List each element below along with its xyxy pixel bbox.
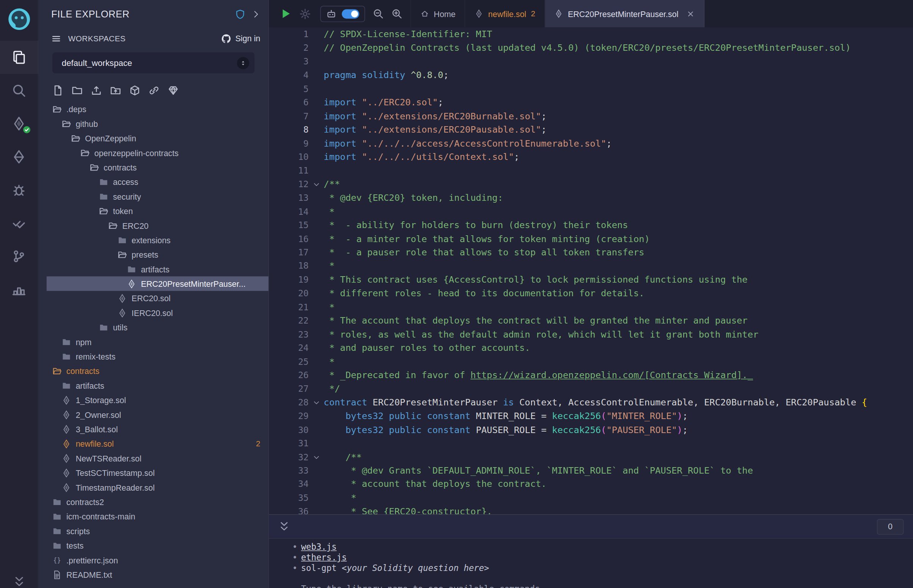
tree-item-contracts[interactable]: contracts — [47, 364, 269, 378]
tree-item-erc20-sol[interactable]: ERC20.sol — [47, 291, 269, 305]
code-line-33[interactable]: 33 * @dev Grants `DEFAULT_ADMIN_ROLE`, `… — [269, 464, 913, 478]
tree-item-github[interactable]: github — [47, 116, 269, 131]
code-line-23[interactable]: 23 * roles, as well as the default admin… — [269, 328, 913, 342]
code-line-24[interactable]: 24 * and pauser roles to other accounts. — [269, 342, 913, 355]
tree-item-erc20presetminterpauser[interactable]: ERC20PresetMinterPauser... — [47, 276, 269, 291]
icon-bar-search[interactable] — [0, 74, 38, 107]
code-line-3[interactable]: 3 — [269, 55, 913, 69]
code-line-5[interactable]: 5 — [269, 82, 913, 96]
code-line-18[interactable]: 18 * — [269, 260, 913, 273]
code-line-11[interactable]: 11 — [269, 165, 913, 178]
tree-item-scripts[interactable]: scripts — [47, 523, 269, 538]
tree-item-prettierrc-json[interactable]: {}.prettierrc.json — [47, 553, 269, 567]
code-line-9[interactable]: 9import "../../../access/AccessControlEn… — [269, 137, 913, 151]
remix-logo[interactable] — [7, 8, 30, 31]
tree-item-remix-tests[interactable]: remix-tests — [47, 349, 269, 363]
tab-home[interactable]: Home — [411, 0, 465, 27]
code-line-12[interactable]: 12/** — [269, 178, 913, 192]
code-line-21[interactable]: 21 * — [269, 301, 913, 315]
fold-chevron-icon[interactable] — [309, 178, 324, 192]
upload-folder-button[interactable] — [110, 85, 121, 96]
tree-item-access[interactable]: access — [47, 174, 269, 189]
icon-bar-deploy-and-run[interactable] — [0, 140, 38, 173]
run-script-button[interactable] — [279, 8, 291, 20]
tree-item-extensions[interactable]: extensions — [47, 233, 269, 247]
code-line-2[interactable]: 2// OpenZeppelin Contracts (last updated… — [269, 42, 913, 55]
upload-file-button[interactable] — [91, 85, 102, 96]
tree-item-contracts[interactable]: contracts — [47, 160, 269, 174]
icon-bar-solidity-unit-testing[interactable] — [0, 207, 38, 240]
code-line-19[interactable]: 19 * This contract uses {AccessControl} … — [269, 273, 913, 287]
tree-item-deps[interactable]: .deps — [47, 102, 269, 116]
icon-bar-plugin-manager[interactable] — [0, 273, 38, 306]
tree-item-newtsreader-sol[interactable]: NewTSReader.sol — [47, 451, 269, 465]
tab-newfile-sol[interactable]: newfile.sol2 — [466, 0, 545, 27]
tree-item-erc20[interactable]: ERC20 — [47, 218, 269, 233]
tree-item-tests[interactable]: tests — [47, 538, 269, 553]
new-file-button[interactable] — [52, 85, 63, 96]
tree-item-artifacts[interactable]: artifacts — [47, 378, 269, 393]
link-button[interactable] — [149, 85, 160, 96]
code-line-15[interactable]: 15 * - ability for holders to burn (dest… — [269, 219, 913, 233]
code-line-31[interactable]: 31 — [269, 437, 913, 451]
code-line-30[interactable]: 30 bytes32 public constant PAUSER_ROLE =… — [269, 423, 913, 437]
ai-copilot-toggle[interactable] — [342, 9, 359, 19]
gem-button[interactable] — [168, 85, 178, 96]
hamburger-menu-icon[interactable] — [51, 33, 61, 43]
tree-item-security[interactable]: security — [47, 189, 269, 204]
code-line-20[interactable]: 20 * different roles - head to its docum… — [269, 287, 913, 301]
code-line-10[interactable]: 10import "../../../utils/Context.sol"; — [269, 151, 913, 165]
code-line-25[interactable]: 25 * — [269, 355, 913, 369]
icon-bar-solidity-compiler[interactable] — [0, 107, 38, 141]
tab-erc20presetminterpauser-sol[interactable]: ERC20PresetMinterPauser.sol — [545, 0, 705, 27]
tree-item-openzeppelin-contracts[interactable]: openzeppelin-contracts — [47, 145, 269, 160]
code-line-14[interactable]: 14 * — [269, 205, 913, 219]
tree-item-presets[interactable]: presets — [47, 247, 269, 262]
icon-bar-git[interactable] — [0, 240, 38, 273]
workspace-select[interactable]: default_workspace — [52, 52, 254, 73]
tree-item-3-ballot-sol[interactable]: 3_Ballot.sol — [47, 422, 269, 436]
tree-item-artifacts[interactable]: artifacts — [47, 262, 269, 276]
box-button[interactable] — [129, 85, 140, 96]
code-line-28[interactable]: 28contract ERC20PresetMinterPauser is Co… — [269, 396, 913, 410]
code-line-29[interactable]: 29 bytes32 public constant MINTER_ROLE =… — [269, 410, 913, 423]
code-line-17[interactable]: 17 * - a pauser role that allows to stop… — [269, 246, 913, 260]
code-line-26[interactable]: 26 * _Deprecated in favor of https://wiz… — [269, 369, 913, 383]
sign-in-button[interactable]: Sign in — [222, 33, 261, 43]
code-line-6[interactable]: 6import "../ERC20.sol"; — [269, 96, 913, 110]
code-line-32[interactable]: 32 /** — [269, 451, 913, 465]
code-line-35[interactable]: 35 * — [269, 491, 913, 505]
fold-chevron-icon[interactable] — [309, 396, 324, 410]
chevron-right-icon[interactable] — [251, 10, 260, 18]
transaction-count-badge[interactable]: 0 — [877, 519, 904, 534]
collapse-terminal-icon[interactable] — [278, 520, 290, 532]
code-line-4[interactable]: 4pragma solidity ^0.8.0; — [269, 69, 913, 82]
code-line-7[interactable]: 7import "../extensions/ERC20Burnable.sol… — [269, 110, 913, 123]
code-line-1[interactable]: 1// SPDX-License-Identifier: MIT — [269, 28, 913, 42]
terminal-link[interactable]: ethers.js — [301, 552, 347, 563]
tree-item-timestampreader-sol[interactable]: TimestampReader.sol — [47, 480, 269, 494]
tree-item-readme-txt[interactable]: README.txt — [47, 567, 269, 582]
code-line-36[interactable]: 36 * See {ERC20-constructor}. — [269, 505, 913, 514]
workspace-switch-icon[interactable] — [237, 57, 249, 69]
icon-bar-file-explorer[interactable] — [0, 40, 38, 74]
code-line-16[interactable]: 16 * - a minter role that allows for tok… — [269, 233, 913, 246]
fold-chevron-icon[interactable] — [309, 451, 324, 465]
code-line-13[interactable]: 13 * @dev {ERC20} token, including: — [269, 192, 913, 205]
close-tab-icon[interactable] — [686, 10, 694, 18]
script-config-gear-icon[interactable] — [299, 8, 311, 20]
code-line-34[interactable]: 34 * account that deploys the contract. — [269, 478, 913, 491]
tree-item-token[interactable]: token — [47, 204, 269, 218]
icon-bar-overflow[interactable] — [0, 575, 38, 588]
tree-item-contracts2[interactable]: contracts2 — [47, 494, 269, 509]
tree-item-openzeppelin[interactable]: OpenZeppelin — [47, 131, 269, 145]
terminal-output[interactable]: •web3.js•ethers.js•sol-gpt <your Solidit… — [269, 539, 913, 588]
code-line-27[interactable]: 27 */ — [269, 383, 913, 396]
zoom-in-icon[interactable] — [391, 8, 402, 19]
code-editor[interactable]: 1// SPDX-License-Identifier: MIT2// Open… — [269, 27, 913, 514]
code-line-8[interactable]: 8import "../extensions/ERC20Pausable.sol… — [269, 123, 913, 137]
terminal-link[interactable]: web3.js — [301, 542, 337, 552]
zoom-out-icon[interactable] — [373, 8, 384, 19]
tree-item-2-owner-sol[interactable]: 2_Owner.sol — [47, 407, 269, 422]
tree-item-npm[interactable]: npm — [47, 334, 269, 349]
